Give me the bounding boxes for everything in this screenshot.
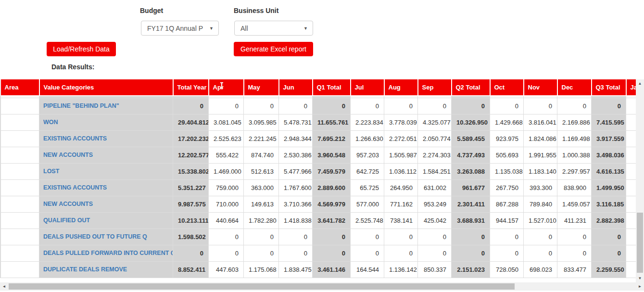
horizontal-scrollbar[interactable]: ◄ ► — [0, 282, 644, 291]
load-refresh-button[interactable]: Load/Refresh Data — [47, 42, 116, 56]
month-value-cell: 0 — [209, 229, 244, 245]
table-row: NEW ACCOUNTS12.202.577555.422874.7402.53… — [1, 147, 636, 163]
column-header-jan[interactable]: Jan — [626, 79, 636, 96]
total-value-cell: 29.404.812 — [173, 114, 209, 130]
area-cell — [1, 98, 39, 114]
table-row: DEALS PUSHED OUT TO FUTURE Q1.598.502000… — [1, 229, 636, 245]
month-value-cell: 1.418.838 — [279, 212, 313, 229]
month-value-cell — [626, 245, 636, 261]
column-header-jul[interactable]: Jul — [351, 79, 384, 96]
scroll-right-button[interactable]: ► — [636, 282, 644, 291]
total-value-cell: 0 — [592, 98, 626, 114]
month-value-cell: 5.477.966 — [279, 163, 313, 179]
total-value-cell: 3.917.559 — [592, 130, 626, 147]
business-unit-select[interactable]: All ▼ — [234, 21, 313, 36]
column-header-sep[interactable]: Sep — [418, 79, 452, 96]
month-value-cell — [626, 163, 636, 179]
vertical-scrollbar[interactable]: ▲ ▼ — [636, 79, 644, 282]
column-header-jun[interactable]: Jun — [279, 79, 313, 96]
month-value-cell: 1.136.142 — [384, 261, 418, 278]
category-cell[interactable]: PIPELINE "BEHIND PLAN" — [39, 98, 173, 114]
total-value-cell: 7.459.579 — [313, 163, 351, 179]
month-value-cell: 850.337 — [418, 261, 452, 278]
data-results-label: Data Results: — [51, 63, 94, 71]
month-value-cell — [626, 98, 636, 114]
total-value-cell: 3.461.146 — [313, 261, 351, 278]
area-cell — [1, 179, 39, 196]
column-header-may[interactable]: May — [244, 79, 279, 96]
total-value-cell: 0 — [452, 229, 490, 245]
column-header-aug[interactable]: Aug — [384, 79, 418, 96]
column-header-oct[interactable]: Oct — [490, 79, 524, 96]
category-cell[interactable]: DUPLICATE DEALS REMOVE — [39, 261, 173, 278]
category-cell[interactable]: EXISTING ACCOUNTS — [39, 179, 173, 196]
category-cell[interactable]: NEW ACCOUNTS — [39, 196, 173, 212]
category-cell[interactable]: QUALIFIED OUT — [39, 212, 173, 229]
month-value-cell: 2.169.886 — [557, 114, 592, 130]
month-value-cell: 1.036.112 — [384, 163, 418, 179]
month-value-cell: 771.162 — [384, 196, 418, 212]
table-row: EXISTING ACCOUNTS17.202.2322.525.6232.22… — [1, 130, 636, 147]
table-row: DUPLICATE DEALS REMOVE8.852.411447.6031.… — [1, 261, 636, 278]
category-cell[interactable]: NEW ACCOUNTS — [39, 147, 173, 163]
month-value-cell: 2.272.051 — [384, 130, 418, 147]
month-value-cell: 1.459.057 — [557, 196, 592, 212]
month-value-cell: 1.991.955 — [524, 147, 557, 163]
category-cell[interactable]: WON — [39, 114, 173, 130]
table-row: NEW ACCOUNTS9.987.575710.000149.6133.710… — [1, 196, 636, 212]
area-cell — [1, 196, 39, 212]
column-header-q1-total[interactable]: Q1 Total — [313, 79, 351, 96]
area-cell — [1, 163, 39, 179]
month-value-cell: 0 — [279, 98, 313, 114]
month-value-cell: 2.223.834 — [351, 114, 384, 130]
horizontal-scroll-thumb[interactable] — [9, 283, 515, 290]
month-value-cell: 957.203 — [351, 147, 384, 163]
month-value-cell — [626, 229, 636, 245]
category-cell[interactable]: DEALS PUSHED OUT TO FUTURE Q — [39, 229, 173, 245]
budget-select[interactable]: FY17 1Q Annual P ▼ — [141, 21, 219, 36]
area-cell — [1, 245, 39, 261]
column-header-total-year[interactable]: Total Year — [173, 79, 209, 96]
month-value-cell: 1.838.475 — [279, 261, 313, 278]
column-header-value-categories[interactable]: Value Categories — [39, 79, 173, 96]
month-value-cell: 65.725 — [351, 179, 384, 196]
month-value-cell: 728.050 — [490, 261, 524, 278]
scroll-up-button[interactable]: ▲ — [636, 79, 644, 88]
month-value-cell: 1.000.388 — [557, 147, 592, 163]
column-header-q2-total[interactable]: Q2 Total — [452, 79, 490, 96]
total-value-cell: 5.589.455 — [452, 130, 490, 147]
column-header-area[interactable]: Area — [1, 79, 39, 96]
category-cell[interactable]: LOST — [39, 163, 173, 179]
total-value-cell: 3.688.931 — [452, 212, 490, 229]
scroll-left-button[interactable]: ◄ — [0, 282, 8, 291]
month-value-cell: 0 — [524, 245, 557, 261]
month-value-cell: 2.274.303 — [418, 147, 452, 163]
column-header-q3-total[interactable]: Q3 Total — [592, 79, 626, 96]
column-header-nov[interactable]: Nov — [524, 79, 557, 96]
month-value-cell: 1.429.668 — [490, 114, 524, 130]
category-cell[interactable]: EXISTING ACCOUNTS — [39, 130, 173, 147]
month-value-cell: 1.782.280 — [244, 212, 279, 229]
month-value-cell: 838.900 — [557, 179, 592, 196]
column-header-apr[interactable]: Apr — [209, 79, 244, 96]
budget-selected-value: FY17 1Q Annual P — [147, 25, 203, 32]
month-value-cell: 710.000 — [209, 196, 244, 212]
table-row: PIPELINE "BEHIND PLAN"0000000000000 — [1, 98, 636, 114]
vertical-scroll-thumb[interactable] — [637, 213, 643, 273]
month-value-cell: 555.422 — [209, 147, 244, 163]
total-value-cell: 2.151.023 — [452, 261, 490, 278]
category-cell[interactable]: DEALS PULLED FORWARD INTO CURRENT Q — [39, 245, 173, 261]
column-header-dec[interactable]: Dec — [557, 79, 592, 96]
month-value-cell: 0 — [557, 245, 592, 261]
month-value-cell: 3.778.039 — [384, 114, 418, 130]
scroll-down-button[interactable]: ▼ — [636, 274, 644, 282]
total-value-cell: 2.301.411 — [452, 196, 490, 212]
month-value-cell: 0 — [524, 98, 557, 114]
month-value-cell: 440.664 — [209, 212, 244, 229]
month-value-cell: 0 — [524, 229, 557, 245]
business-unit-selected-value: All — [240, 25, 248, 32]
total-value-cell: 10.213.111 — [173, 212, 209, 229]
month-value-cell: 1.266.630 — [351, 130, 384, 147]
month-value-cell — [626, 261, 636, 278]
generate-excel-button[interactable]: Generate Excel report — [234, 42, 313, 56]
